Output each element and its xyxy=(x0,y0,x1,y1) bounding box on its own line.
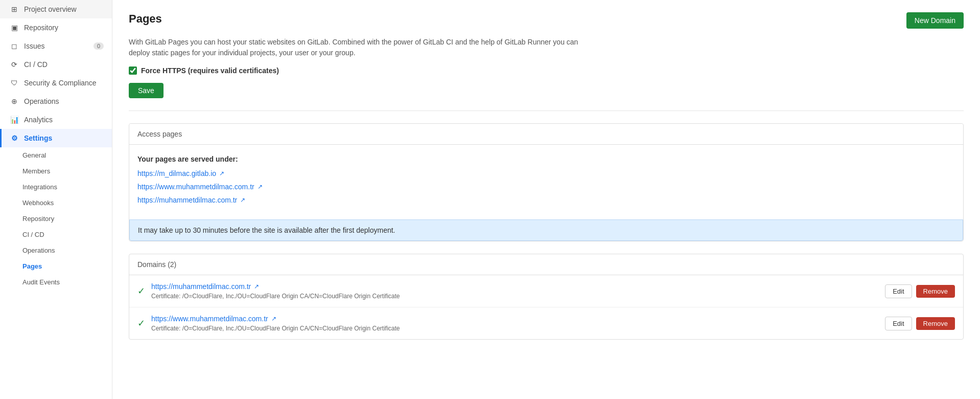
gitlab-io-link[interactable]: https://m_dilmac.gitlab.io xyxy=(137,169,216,178)
domain-url-2[interactable]: https://www.muhammetdilmac.com.tr xyxy=(151,315,268,323)
domain-row-1: ✓ https://muhammetdilmac.com.tr ↗ Certif… xyxy=(129,275,963,307)
sidebar-sub-ci-cd[interactable]: CI / CD xyxy=(0,227,112,242)
domain-check-icon-1: ✓ xyxy=(137,285,145,297)
domain-info-1: https://muhammetdilmac.com.tr ↗ Certific… xyxy=(151,282,879,300)
access-pages-card: Access pages Your pages are served under… xyxy=(129,123,964,241)
domain-actions-1: Edit Remove xyxy=(885,284,955,298)
settings-icon: ⚙ xyxy=(10,134,19,142)
sidebar-sub-integrations[interactable]: Integrations xyxy=(0,179,112,195)
domain-link-2: https://www.muhammetdilmac.com.tr ↗ xyxy=(151,315,879,323)
security-icon: 🛡 xyxy=(10,79,19,87)
external-link-icon-2: ↗ xyxy=(258,183,263,190)
force-https-label[interactable]: Force HTTPS (requires valid certificates… xyxy=(141,66,279,75)
domain-url-1[interactable]: https://muhammetdilmac.com.tr xyxy=(151,282,251,291)
sidebar-sub-audit-events[interactable]: Audit Events xyxy=(0,274,112,290)
save-button[interactable]: Save xyxy=(129,83,164,98)
edit-domain-1-button[interactable]: Edit xyxy=(885,284,912,298)
domain-ext-icon-2: ↗ xyxy=(271,315,276,322)
force-https-row: Force HTTPS (requires valid certificates… xyxy=(129,66,964,75)
analytics-icon: 📊 xyxy=(10,116,19,124)
link-item-2: https://www.muhammetdilmac.com.tr ↗ xyxy=(137,183,955,191)
sidebar-item-analytics[interactable]: 📊 Analytics xyxy=(0,110,112,129)
muhammet-link[interactable]: https://muhammetdilmac.com.tr xyxy=(137,196,237,204)
sidebar-sub-pages[interactable]: Pages xyxy=(0,258,112,274)
domain-row-2: ✓ https://www.muhammetdilmac.com.tr ↗ Ce… xyxy=(129,307,963,339)
remove-domain-1-button[interactable]: Remove xyxy=(916,285,955,298)
page-title: Pages xyxy=(129,12,162,26)
domain-cert-2: Certificate: /O=CloudFlare, Inc./OU=Clou… xyxy=(151,325,879,332)
sidebar-sub-webhooks[interactable]: Webhooks xyxy=(0,195,112,211)
domain-actions-2: Edit Remove xyxy=(885,317,955,330)
domain-cert-1: Certificate: /O=CloudFlare, Inc./OU=Clou… xyxy=(151,293,879,300)
domains-card: Domains (2) ✓ https://muhammetdilmac.com… xyxy=(129,254,964,340)
sidebar-sub-operations[interactable]: Operations xyxy=(0,242,112,258)
sidebar-item-settings[interactable]: ⚙ Settings xyxy=(0,129,112,147)
sidebar: ⊞ Project overview ▣ Repository ◻ Issues… xyxy=(0,0,112,399)
access-pages-header: Access pages xyxy=(129,124,963,145)
link-item-1: https://m_dilmac.gitlab.io ↗ xyxy=(137,169,955,178)
domain-check-icon-2: ✓ xyxy=(137,318,145,329)
sidebar-item-issues[interactable]: ◻ Issues 0 xyxy=(0,37,112,55)
sidebar-item-repository[interactable]: ▣ Repository xyxy=(0,18,112,37)
new-domain-button[interactable]: New Domain xyxy=(906,12,964,29)
remove-domain-2-button[interactable]: Remove xyxy=(916,317,955,330)
page-header: Pages New Domain xyxy=(129,12,964,29)
sidebar-sub-repository[interactable]: Repository xyxy=(0,211,112,227)
info-banner: It may take up to 30 minutes before the … xyxy=(129,219,963,241)
sidebar-item-project-overview[interactable]: ⊞ Project overview xyxy=(0,0,112,18)
operations-icon: ⊕ xyxy=(10,97,19,105)
issues-icon: ◻ xyxy=(10,42,19,50)
served-under-label: Your pages are served under: xyxy=(137,155,955,163)
main-content: Pages New Domain With GitLab Pages you c… xyxy=(112,0,980,399)
sidebar-sub-general[interactable]: General xyxy=(0,147,112,163)
cicd-icon: ⟳ xyxy=(10,60,19,69)
grid-icon: ⊞ xyxy=(10,5,19,13)
external-link-icon-1: ↗ xyxy=(219,170,224,177)
issues-badge: 0 xyxy=(94,42,104,50)
horizontal-divider xyxy=(129,110,964,111)
repo-icon: ▣ xyxy=(10,24,19,32)
sidebar-item-ci-cd[interactable]: ⟳ CI / CD xyxy=(0,55,112,74)
external-link-icon-3: ↗ xyxy=(240,196,245,204)
domain-link-1: https://muhammetdilmac.com.tr ↗ xyxy=(151,282,879,291)
sidebar-item-operations[interactable]: ⊕ Operations xyxy=(0,92,112,110)
edit-domain-2-button[interactable]: Edit xyxy=(885,317,912,330)
domain-ext-icon-1: ↗ xyxy=(254,283,259,290)
domain-info-2: https://www.muhammetdilmac.com.tr ↗ Cert… xyxy=(151,315,879,332)
link-item-3: https://muhammetdilmac.com.tr ↗ xyxy=(137,196,955,204)
force-https-checkbox[interactable] xyxy=(129,66,137,75)
sidebar-item-security-compliance[interactable]: 🛡 Security & Compliance xyxy=(0,74,112,92)
domains-header: Domains (2) xyxy=(129,254,963,275)
www-muhammet-link[interactable]: https://www.muhammetdilmac.com.tr xyxy=(137,183,254,191)
access-pages-body: Your pages are served under: https://m_d… xyxy=(129,145,963,219)
description-text: With GitLab Pages you can host your stat… xyxy=(129,37,589,58)
sidebar-sub-members[interactable]: Members xyxy=(0,163,112,179)
